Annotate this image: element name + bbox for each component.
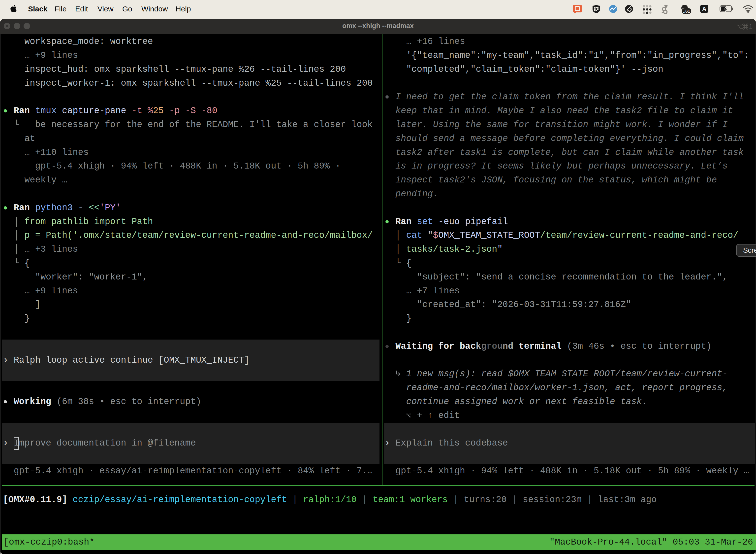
svg-text:..61: ..61	[683, 9, 690, 14]
